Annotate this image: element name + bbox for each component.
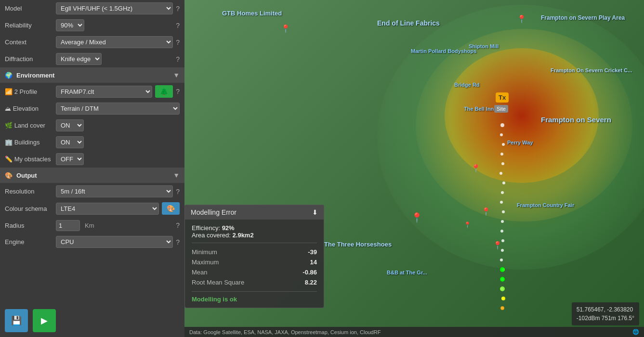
svg-point-2 — [502, 143, 505, 146]
my-obstacles-select[interactable]: OFF ON — [56, 153, 84, 165]
elevation-row: ⛰ Elevation Terrain / DTM — [0, 100, 184, 117]
environment-header-left: 🌍 Environment — [5, 72, 54, 79]
panel-divider-2 — [192, 291, 317, 292]
svg-point-4 — [501, 162, 504, 165]
buildings-icon: 🏢 — [5, 139, 13, 146]
pin-marker-1: 📍 — [281, 24, 290, 33]
resolution-row: Resolution 5m / 16ft ? — [0, 183, 184, 200]
pin-marker-4: 📍 — [517, 14, 526, 24]
site-marker: Site — [494, 105, 508, 113]
pin-marker-7: 📍 — [471, 164, 481, 173]
bottom-buttons: 💾 ▶ — [0, 304, 184, 337]
radius-help-icon[interactable]: ? — [176, 221, 180, 229]
land-cover-icon: 🌿 — [5, 122, 13, 129]
context-label: Context — [5, 39, 53, 46]
svg-point-14 — [500, 259, 503, 261]
engine-row: Engine CPU ? — [0, 233, 184, 250]
diffraction-select[interactable]: Knife edge — [56, 53, 102, 65]
context-help-icon[interactable]: ? — [176, 39, 180, 46]
radius-label: Radius — [5, 222, 53, 229]
environment-section-header[interactable]: 🌍 Environment ▼ — [0, 67, 184, 83]
my-obstacles-row: ✏️ My obstacles OFF ON — [0, 151, 184, 168]
model-label: Model — [5, 5, 53, 12]
minimum-value: -39 — [308, 248, 317, 256]
engine-help-icon[interactable]: ? — [176, 238, 180, 246]
elevation-select[interactable]: Terrain / DTM — [56, 103, 180, 115]
profile-tree-button[interactable]: 🌲 — [155, 85, 173, 98]
panel-divider-1 — [192, 243, 317, 243]
engine-select[interactable]: CPU — [56, 236, 173, 248]
coords-line2: -102dBm 751m 176.5° — [577, 314, 634, 323]
area-covered-value: 2.9km2 — [233, 232, 254, 239]
profile-select[interactable]: FRAMP7.clt — [56, 86, 152, 98]
run-button[interactable]: ▶ — [33, 309, 56, 332]
reliability-select[interactable]: 90% — [56, 19, 84, 31]
svg-point-8 — [500, 201, 503, 204]
resolution-help-icon[interactable]: ? — [176, 188, 180, 195]
svg-point-22 — [500, 286, 505, 291]
profile-help-icon[interactable]: ? — [176, 88, 180, 95]
mean-value: -0.86 — [302, 269, 317, 276]
output-label: Output — [16, 172, 37, 179]
rms-value: 8.22 — [305, 279, 317, 286]
dots-trail — [488, 120, 517, 313]
mean-label: Mean — [192, 269, 208, 276]
coverage-red — [445, 48, 599, 183]
buildings-label: 🏢 Buildings — [5, 139, 53, 146]
buildings-select[interactable]: ON OFF — [56, 136, 84, 148]
bottom-bar: Data: Google Satellite, ESA, NASA, JAXA,… — [184, 327, 644, 337]
engine-label: Engine — [5, 238, 53, 246]
elevation-icon: ⛰ — [5, 105, 11, 112]
svg-point-1 — [500, 133, 503, 136]
environment-icon: 🌍 — [5, 72, 13, 79]
output-section-header[interactable]: 🎨 Output ▼ — [0, 168, 184, 183]
environment-label: Environment — [16, 72, 54, 79]
model-help-icon[interactable]: ? — [176, 5, 180, 13]
svg-point-7 — [501, 191, 504, 194]
output-header-left: 🎨 Output — [5, 172, 37, 179]
colour-schema-label: Colour schema — [5, 205, 53, 212]
attribution-text: Data: Google Satellite, ESA, NASA, JAXA,… — [189, 329, 381, 335]
diffraction-row: Diffraction Knife edge ? — [0, 51, 184, 67]
radius-input[interactable]: 1 — [56, 220, 80, 231]
maximum-label: Maximum — [192, 259, 219, 266]
svg-point-11 — [500, 230, 503, 233]
svg-point-3 — [500, 153, 503, 156]
resolution-select[interactable]: 5m / 16ft — [56, 185, 173, 197]
rms-row: Root Mean Square 8.22 — [192, 277, 317, 287]
colour-schema-select[interactable]: LTE4 — [56, 203, 159, 215]
svg-point-21 — [500, 277, 505, 282]
download-icon[interactable]: ⬇ — [312, 208, 318, 216]
land-cover-select[interactable]: ON OFF — [56, 119, 84, 131]
land-cover-row: 🌿 Land cover ON OFF — [0, 117, 184, 134]
mean-row: Mean -0.86 — [192, 267, 317, 277]
efficiency-row: Efficiency: 92% — [192, 224, 317, 232]
minimum-label: Minimum — [192, 248, 217, 256]
maximum-row: Maximum 14 — [192, 257, 317, 267]
diffraction-help-icon[interactable]: ? — [176, 55, 180, 63]
context-select[interactable]: Average / Mixed — [56, 36, 173, 48]
diffraction-label: Diffraction — [5, 55, 53, 63]
map-container[interactable]: GTB Homes Limited End of Line Fabrics Ma… — [184, 0, 644, 337]
profile-label: 📶 2 Profile — [5, 88, 53, 95]
save-button[interactable]: 💾 — [5, 309, 28, 332]
svg-point-20 — [500, 267, 505, 272]
modelling-title: Modelling Error — [191, 208, 237, 216]
svg-point-23 — [501, 297, 505, 300]
buildings-row: 🏢 Buildings ON OFF — [0, 134, 184, 151]
minimum-row: Minimum -39 — [192, 247, 317, 257]
colour-schema-palette-button[interactable]: 🎨 — [162, 202, 180, 215]
environment-chevron-icon: ▼ — [173, 71, 180, 79]
model-select[interactable]: Egll VHF/UHF (< 1.5GHz) — [56, 2, 173, 14]
profile-icon: 📶 — [5, 88, 13, 95]
reliability-row: Reliability 90% ? — [0, 17, 184, 34]
reliability-help-icon[interactable]: ? — [176, 22, 180, 29]
efficiency-label: Efficiency: — [192, 224, 220, 232]
my-obstacles-label: ✏️ My obstacles — [5, 156, 53, 163]
tx-marker: Tx — [496, 92, 509, 103]
pin-marker-6: 📍 — [464, 221, 471, 228]
modelling-panel: Modelling Error ⬇ Efficiency: 92% Area c… — [184, 205, 324, 308]
modelling-panel-header: Modelling Error ⬇ — [185, 205, 324, 220]
pin-marker-2: 📍 — [411, 212, 423, 223]
efficiency-value: 92% — [222, 224, 235, 232]
